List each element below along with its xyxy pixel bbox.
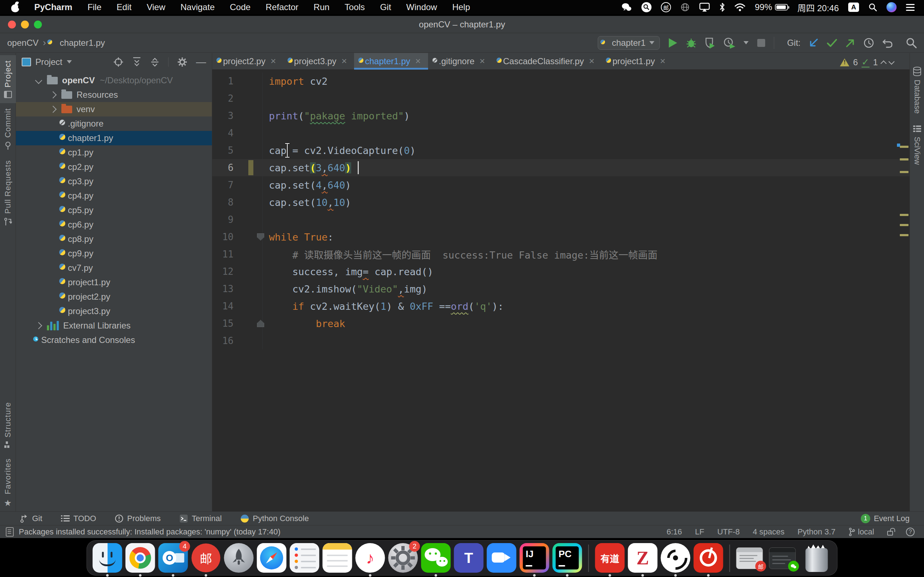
dock-system-preferences[interactable]: 2	[388, 543, 418, 575]
dock-teams[interactable]: T	[454, 543, 484, 575]
event-log-button[interactable]: 1 Event Log	[861, 514, 909, 523]
tree-item-cv7-py[interactable]: cv7.py	[16, 261, 212, 275]
code-line-6[interactable]: 6cap.set(3,640)	[212, 159, 909, 176]
reader-mode-icon[interactable]	[6, 527, 14, 537]
chevron-down-icon[interactable]	[743, 41, 749, 44]
apple-logo-icon[interactable]	[11, 2, 20, 13]
chevron-right-icon[interactable]	[50, 91, 57, 98]
code-line-1[interactable]: 1import cv2	[212, 73, 909, 90]
dock-intellij[interactable]: IJ	[520, 543, 549, 575]
help-icon[interactable]: ?	[906, 528, 914, 536]
line-number[interactable]: 13	[212, 280, 263, 298]
run-with-coverage-button[interactable]	[704, 37, 716, 49]
spotlight-icon[interactable]	[868, 3, 877, 11]
line-number[interactable]: 16	[212, 332, 263, 350]
line-number[interactable]: 5	[212, 142, 263, 159]
dock-mail-master[interactable]: 邮	[191, 543, 221, 575]
toolwindow-button-python-console[interactable]: Python Console	[241, 514, 309, 523]
git-update-button[interactable]	[809, 38, 819, 48]
code-line-14[interactable]: 14 if cv2.waitKey(1) & 0xFF ==ord('q'):	[212, 298, 909, 315]
run-button[interactable]	[668, 37, 678, 48]
close-icon[interactable]: ×	[660, 56, 665, 67]
menu-edit[interactable]: Edit	[109, 0, 139, 15]
line-number[interactable]: 3	[212, 107, 263, 124]
dock-notes[interactable]	[323, 543, 352, 575]
breadcrumb-project[interactable]: openCV	[7, 38, 39, 48]
code-line-11[interactable]: 11 # 读取摄像头当前这一帧的画面 success:True False im…	[212, 246, 909, 263]
git-commit-button[interactable]	[827, 38, 837, 48]
chevron-down-icon[interactable]	[35, 77, 42, 84]
dock-minimized-wechat-window[interactable]	[769, 543, 799, 575]
dock-wechat[interactable]	[421, 543, 451, 575]
line-number[interactable]: 7	[212, 176, 263, 193]
tree-item-cp8-py[interactable]: cp8.py	[16, 232, 212, 246]
tab-project2-py[interactable]: project2.py×	[212, 53, 283, 69]
dock-finder[interactable]	[93, 543, 122, 575]
warning-stripe-mark[interactable]	[900, 224, 908, 226]
tab-cascadeclassifier-py[interactable]: CascadeClassifier.py×	[492, 53, 602, 69]
input-method-icon[interactable]: A	[848, 3, 859, 12]
collapse-all-icon[interactable]	[150, 57, 160, 67]
chevron-right-icon[interactable]	[50, 106, 57, 113]
inspection-widget[interactable]: 6 ✓ 1	[840, 57, 894, 68]
close-icon[interactable]: ×	[270, 56, 276, 67]
status-lf[interactable]: LF	[695, 527, 704, 537]
dock-podcast[interactable]	[661, 543, 690, 575]
line-number[interactable]: 10	[212, 228, 263, 246]
status-utf-8[interactable]: UTF-8	[717, 527, 740, 537]
line-number[interactable]: 14	[212, 298, 263, 315]
lock-icon[interactable]	[887, 528, 893, 535]
toolwindow-button-problems[interactable]: Problems	[115, 514, 161, 523]
toolwindow-button-terminal[interactable]: Terminal	[179, 514, 221, 523]
bluetooth-icon[interactable]	[719, 3, 725, 12]
line-number[interactable]: 6	[212, 159, 263, 176]
warning-stripe-mark[interactable]	[900, 214, 908, 216]
project-panel-title[interactable]: Project	[36, 57, 63, 67]
previous-problem-icon[interactable]	[881, 61, 887, 67]
chevron-right-icon[interactable]	[35, 322, 42, 329]
dock-minimized-mail-window[interactable]: 邮	[736, 543, 766, 575]
line-number[interactable]: 4	[212, 124, 263, 142]
profiler-button[interactable]	[723, 37, 736, 49]
search-everywhere-icon[interactable]	[906, 37, 917, 48]
tree-item-resources[interactable]: Resources	[16, 88, 212, 102]
line-number[interactable]: 1	[212, 73, 263, 90]
stripe-item-database[interactable]: Database	[913, 61, 922, 119]
menu-refactor[interactable]: Refactor	[258, 0, 306, 15]
debug-button[interactable]	[686, 37, 696, 48]
error-stripe[interactable]	[899, 69, 909, 527]
warning-stripe-mark[interactable]	[900, 234, 908, 236]
control-center-icon[interactable]	[906, 4, 914, 11]
line-number[interactable]: 9	[212, 211, 263, 228]
dock-launchpad[interactable]	[224, 543, 254, 575]
menu-window[interactable]: Window	[399, 0, 445, 15]
settings-gear-icon[interactable]	[177, 57, 187, 67]
toolwindow-button-git[interactable]: Git	[20, 514, 42, 523]
warning-stripe-mark[interactable]	[900, 146, 908, 148]
menu-tools[interactable]: Tools	[337, 0, 373, 15]
warning-stripe-mark[interactable]	[900, 171, 908, 173]
wifi-icon[interactable]	[735, 3, 745, 11]
line-number[interactable]: 15	[212, 315, 263, 332]
menu-pycharm[interactable]: PyCharm	[27, 0, 80, 15]
tree-item-project1-py[interactable]: project1.py	[16, 275, 212, 290]
dock-chrome[interactable]	[126, 543, 155, 575]
code-line-10[interactable]: 10while True:	[212, 228, 909, 246]
dock-youdao[interactable]: 有道	[595, 543, 625, 575]
battery-indicator[interactable]: 99%	[755, 2, 788, 12]
menu-clock[interactable]: 周四 20:46	[797, 1, 839, 14]
stripe-item-structure[interactable]: Structure	[0, 397, 16, 453]
status-message[interactable]: Packages installed successfully: Install…	[19, 527, 281, 537]
tree-item-project3-py[interactable]: project3.py	[16, 304, 212, 318]
code-line-15[interactable]: 15 break	[212, 315, 909, 332]
stripe-item-sciview[interactable]: SciView	[913, 119, 922, 171]
tab-project1-py[interactable]: project1.py×	[602, 53, 673, 69]
menu-git[interactable]: Git	[373, 0, 399, 15]
code-line-12[interactable]: 12 success, img= cap.read()	[212, 263, 909, 280]
mail-master-menu-icon[interactable]: 邮	[661, 2, 671, 12]
stripe-item-favorites[interactable]: Favorites★	[0, 453, 16, 513]
toolwindow-button-todo[interactable]: TODO	[61, 514, 96, 523]
tab-gitignore[interactable]: .gitignore×	[428, 53, 492, 69]
line-number[interactable]: 2	[212, 90, 263, 107]
code-editor[interactable]: 1import cv223print("pakage imported")45c…	[212, 69, 909, 527]
